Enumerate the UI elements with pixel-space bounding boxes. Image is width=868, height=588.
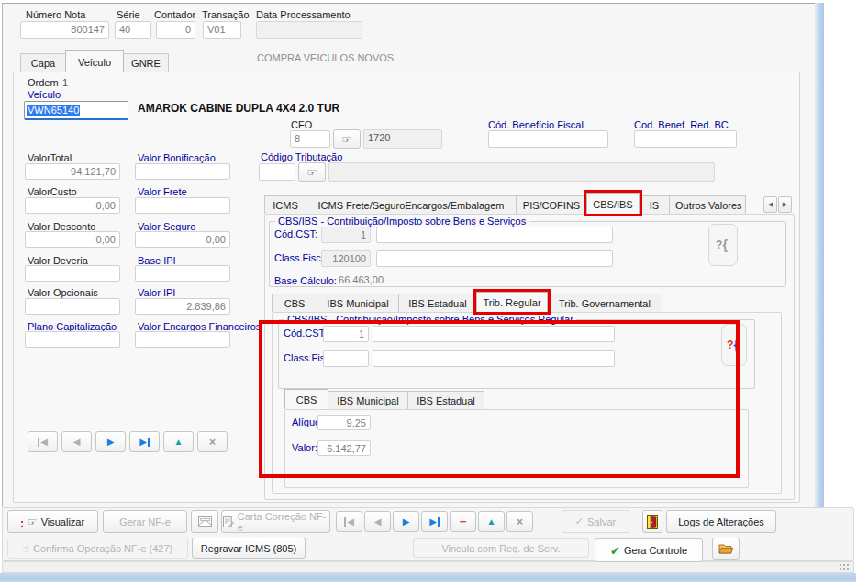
visualizar-button[interactable]: ☞ Visualizar	[7, 510, 98, 533]
vehicle-nav-last-button[interactable]: ▶	[129, 431, 160, 452]
question-mark-icon: ?	[727, 338, 733, 351]
up-arrow-icon: ▲	[487, 517, 496, 527]
cfo-lookup-button[interactable]: ☞	[333, 129, 361, 149]
ordem-label: Ordem	[28, 77, 59, 88]
resize-grip[interactable]	[839, 563, 849, 571]
window-right-border	[815, 3, 824, 507]
hand-pointer-icon: ☞	[28, 516, 38, 527]
nav-next-button[interactable]: ▶	[393, 511, 419, 532]
confirma-operacao-label: Confirma Operação NF-e (427)	[33, 543, 172, 554]
salvar-button[interactable]: ✓ Salvar	[562, 510, 629, 533]
tab-pis-cofins[interactable]: PIS/COFINS	[516, 195, 587, 214]
tab-icms[interactable]: ICMS	[264, 195, 306, 214]
regravar-icms-button[interactable]: Regravar ICMS (805)	[192, 538, 306, 559]
valor-label: Valor:	[292, 442, 317, 453]
valortotal-field[interactable]: 94.121,70	[25, 163, 120, 180]
valor-field[interactable]: 6.142,77	[317, 440, 371, 456]
envelope-button[interactable]	[191, 510, 218, 533]
vehicle-nav-cancel-button[interactable]: ×	[197, 431, 228, 452]
valor-seguro-field[interactable]: 0,00	[135, 231, 230, 248]
cod-benef-red-bc-field[interactable]	[634, 130, 737, 148]
valorcusto-field[interactable]: 0,00	[25, 197, 120, 214]
vehicle-nav-next-button[interactable]: ▶	[95, 431, 126, 452]
innertab-cbs[interactable]: CBS	[284, 389, 328, 409]
cbs-help-lookup-button[interactable]: ?{	[708, 224, 738, 266]
confirma-operacao-button[interactable]: ☝ Confirma Operação NF-e (427)	[7, 538, 188, 559]
tab-gnre[interactable]: GNRE	[123, 53, 169, 72]
valor-deveria-field[interactable]	[25, 265, 120, 282]
scroll-right-icon: ▶	[783, 201, 787, 208]
vehicle-nav-up-button[interactable]: ▲	[163, 431, 194, 452]
nav-prev-button[interactable]: ◀	[364, 511, 391, 532]
serie-field[interactable]: 40	[115, 21, 151, 39]
valor-frete-field[interactable]	[135, 197, 230, 214]
tab-is[interactable]: IS	[639, 195, 670, 214]
base-ipi-field[interactable]	[135, 265, 230, 282]
vehicle-nav-first-button[interactable]: ◀	[28, 431, 58, 452]
gera-controle-button[interactable]: ✔ Gera Controle	[595, 538, 703, 562]
vincula-req-serv-button[interactable]: Vincula com Req. de Serv.	[413, 538, 589, 558]
regular-class-fiscal-field[interactable]	[323, 350, 369, 367]
innertab-ibs-estadual[interactable]: IBS Estadual	[407, 391, 484, 409]
tab-outros-valores[interactable]: Outros Valores	[669, 195, 746, 214]
exit-door-button[interactable]	[642, 510, 662, 533]
numero-nota-label: Número Nota	[26, 9, 85, 20]
regular-cst-label: Cód.CST:	[284, 327, 327, 338]
valor-opcionais-field[interactable]	[25, 298, 120, 315]
numero-nota-field[interactable]: 800147	[20, 21, 109, 39]
codigo-tributacao-label: Código Tributação	[261, 151, 342, 162]
regular-help-lookup-button[interactable]: ?{	[721, 324, 747, 366]
cbs-class-fiscal-desc-field[interactable]	[376, 250, 613, 267]
nav-cancel-button[interactable]: ×	[506, 511, 533, 532]
tab-icms-frete[interactable]: ICMS Frete/SeguroEncargos/Embalagem	[306, 195, 517, 214]
regular-class-fiscal-desc-field[interactable]	[373, 350, 615, 367]
open-folder-button[interactable]	[712, 538, 740, 560]
cfo-label: CFO	[291, 119, 312, 130]
cbs-cst-desc-field[interactable]	[376, 227, 613, 243]
codigo-tributacao-desc-field	[328, 162, 715, 182]
codigo-tributacao-field[interactable]	[259, 163, 295, 181]
tab-capa[interactable]: Capa	[20, 53, 66, 72]
valor-desconto-field[interactable]: 0,00	[25, 231, 120, 248]
subtab-trib-governamental[interactable]: Trib. Governamental	[547, 294, 662, 312]
contador-field[interactable]: 0	[156, 21, 195, 39]
carta-correcao-label: Carta Correção NF-e	[238, 511, 329, 533]
carta-correcao-button[interactable]: Carta Correção NF-e	[221, 510, 330, 533]
gerar-nfe-button[interactable]: Gerar NF-e	[103, 510, 187, 533]
brace-icon: {	[733, 338, 738, 352]
subtab-ibs-estadual[interactable]: IBS Estadual	[398, 294, 477, 312]
nav-last-button[interactable]: ▶	[421, 511, 448, 532]
valor-bonificacao-field[interactable]	[135, 163, 230, 180]
nav-first-button[interactable]: ◀	[336, 511, 362, 532]
cod-beneficio-fiscal-field[interactable]	[488, 130, 608, 148]
regular-cst-desc-field[interactable]	[373, 326, 615, 342]
transacao-field[interactable]: V01	[203, 21, 241, 39]
regular-group-title: CBS/IBS - Contribuição/Imposto sobre Ben…	[284, 315, 576, 325]
logs-alteracoes-button[interactable]: Logs de Alterações	[666, 510, 776, 533]
codigo-tributacao-lookup-button[interactable]: ☞	[298, 162, 326, 182]
valor-ipi-field[interactable]: 2.839,86	[135, 298, 230, 315]
prev-record-icon: ◀	[374, 517, 382, 527]
visualizar-label: Visualizar	[41, 516, 85, 527]
innertab-ibs-municipal[interactable]: IBS Municipal	[328, 391, 408, 409]
next-record-icon: ▶	[403, 517, 410, 527]
tab-scroll-right-button[interactable]: ▶	[778, 196, 792, 213]
plano-capitalizacao-field[interactable]	[25, 331, 120, 348]
valor-encargos-financeiros-field[interactable]	[135, 331, 230, 348]
minus-icon: −	[460, 515, 467, 528]
nav-up-button[interactable]: ▲	[478, 511, 505, 532]
logs-alteracoes-label: Logs de Alterações	[678, 516, 764, 527]
aliquota-field[interactable]: 9,25	[317, 415, 371, 430]
veiculo-plate-field[interactable]: VWN65140	[24, 101, 128, 120]
subtab-ibs-municipal[interactable]: IBS Municipal	[317, 294, 399, 312]
question-mark-icon: ?	[716, 239, 722, 251]
cfo-code-field[interactable]: 8	[290, 130, 330, 148]
vehicle-nav-prev-button[interactable]: ◀	[61, 431, 92, 452]
subtab-trib-regular[interactable]: Trib. Regular	[476, 292, 548, 312]
nav-remove-button[interactable]: −	[450, 511, 476, 532]
tab-veiculo[interactable]: Veículo	[65, 50, 124, 72]
subtab-cbs[interactable]: CBS	[272, 294, 317, 312]
tab-cbs-ibs[interactable]: CBS/IBS	[586, 193, 640, 214]
tab-scroll-left-button[interactable]: ◀	[763, 196, 777, 213]
regular-cst-field[interactable]: 1	[323, 326, 369, 342]
